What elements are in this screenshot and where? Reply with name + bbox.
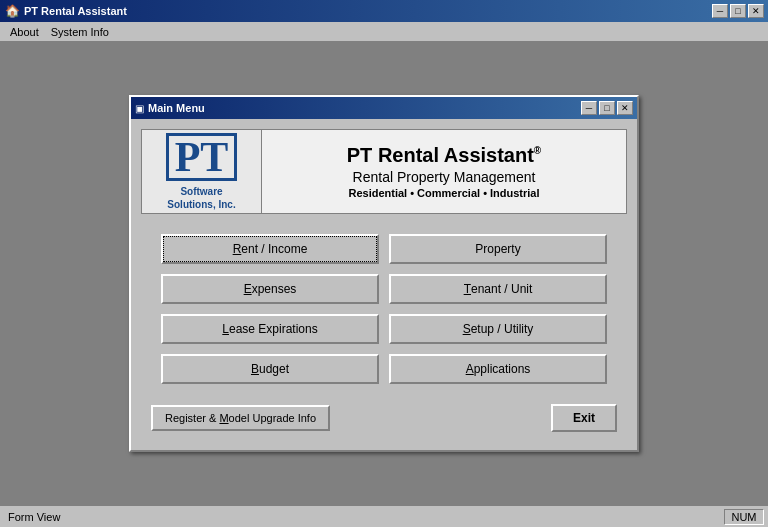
logo-pt: PT [166,133,238,181]
budget-button[interactable]: Budget [161,354,379,384]
dialog-title-buttons: ─ □ ✕ [581,101,633,115]
status-bar: Form View NUM [0,505,768,527]
num-indicator: NUM [724,509,764,525]
tenant-unit-button[interactable]: Tenant / Unit [389,274,607,304]
app-title: PT Rental Assistant® [347,144,541,167]
outer-maximize-button[interactable]: □ [730,4,746,18]
lease-expirations-button[interactable]: Lease Expirations [161,314,379,344]
dialog-content: PT SoftwareSolutions, Inc. PT Rental Ass… [131,119,637,450]
bottom-section: Register & Model Upgrade Info Exit [141,400,627,440]
header-section: PT SoftwareSolutions, Inc. PT Rental Ass… [141,129,627,214]
status-text: Form View [4,511,724,523]
menu-about[interactable]: About [4,24,45,40]
dialog-close-button[interactable]: ✕ [617,101,633,115]
app-icon: 🏠 [4,3,20,19]
exit-button[interactable]: Exit [551,404,617,432]
outer-window: 🏠 PT Rental Assistant ─ □ ✕ About System… [0,0,768,527]
outer-close-button[interactable]: ✕ [748,4,764,18]
content-area: ▣ Main Menu ─ □ ✕ PT SoftwareSolutions, … [0,42,768,505]
app-info: PT Rental Assistant® Rental Property Man… [262,130,626,213]
buttons-grid: Rent / Income Property Expenses Tenant /… [141,230,627,388]
property-button[interactable]: Property [389,234,607,264]
dialog-maximize-button[interactable]: □ [599,101,615,115]
outer-minimize-button[interactable]: ─ [712,4,728,18]
dialog-window: ▣ Main Menu ─ □ ✕ PT SoftwareSolutions, … [129,95,639,452]
outer-title-text: PT Rental Assistant [24,5,712,17]
applications-button[interactable]: Applications [389,354,607,384]
trademark: ® [534,145,541,156]
dialog-minimize-button[interactable]: ─ [581,101,597,115]
expenses-button[interactable]: Expenses [161,274,379,304]
outer-title-buttons: ─ □ ✕ [712,4,764,18]
status-right: NUM [724,509,764,525]
app-types: Residential • Commercial • Industrial [348,187,539,199]
rent-income-button[interactable]: Rent / Income [161,234,379,264]
menu-bar: About System Info [0,22,768,42]
dialog-title-bar: ▣ Main Menu ─ □ ✕ [131,97,637,119]
menu-system-info[interactable]: System Info [45,24,115,40]
setup-utility-button[interactable]: Setup / Utility [389,314,607,344]
logo-sub: SoftwareSolutions, Inc. [167,185,235,211]
dialog-icon: ▣ [135,103,144,114]
app-subtitle: Rental Property Management [353,169,536,185]
dialog-title-text: Main Menu [148,102,581,114]
logo-section: PT SoftwareSolutions, Inc. [142,130,262,213]
register-button[interactable]: Register & Model Upgrade Info [151,405,330,431]
outer-title-bar: 🏠 PT Rental Assistant ─ □ ✕ [0,0,768,22]
